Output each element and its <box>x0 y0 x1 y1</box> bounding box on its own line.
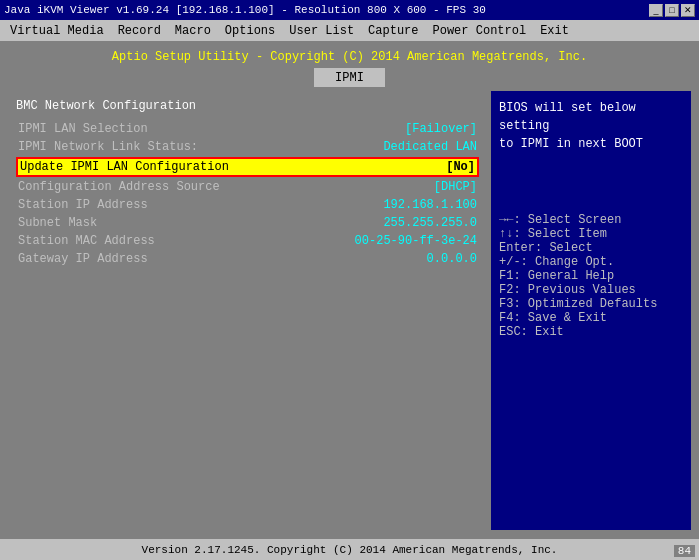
menu-record[interactable]: Record <box>112 22 167 40</box>
menu-exit[interactable]: Exit <box>534 22 575 40</box>
row-label: Subnet Mask <box>18 216 97 230</box>
right-help: →←: Select Screen ↑↓: Select Item Enter:… <box>499 213 683 339</box>
table-row: IPMI LAN Selection [Failover] <box>16 121 479 137</box>
row-value: Dedicated LAN <box>383 140 477 154</box>
title-bar: Java iKVM Viewer v1.69.24 [192.168.1.100… <box>0 0 699 20</box>
bios-body: BMC Network Configuration IPMI LAN Selec… <box>8 91 691 530</box>
right-info: BIOS will set below settingto IPMI in ne… <box>499 99 683 153</box>
help-line: +/-: Change Opt. <box>499 255 683 269</box>
tab-ipmi[interactable]: IPMI <box>314 68 385 87</box>
help-line: F3: Optimized Defaults <box>499 297 683 311</box>
row-value: 00-25-90-ff-3e-24 <box>355 234 477 248</box>
bios-header: Aptio Setup Utility - Copyright (C) 2014… <box>8 50 691 64</box>
table-row: Gateway IP Address 0.0.0.0 <box>16 251 479 267</box>
bios-left-panel: BMC Network Configuration IPMI LAN Selec… <box>8 91 487 530</box>
row-value: 255.255.255.0 <box>383 216 477 230</box>
bios-content: Aptio Setup Utility - Copyright (C) 2014… <box>0 42 699 538</box>
table-row: Configuration Address Source [DHCP] <box>16 179 479 195</box>
table-row: Subnet Mask 255.255.255.0 <box>16 215 479 231</box>
table-row: IPMI Network Link Status: Dedicated LAN <box>16 139 479 155</box>
row-label: IPMI LAN Selection <box>18 122 148 136</box>
status-text: Version 2.17.1245. Copyright (C) 2014 Am… <box>142 544 558 556</box>
title-bar-buttons: _ □ ✕ <box>649 4 695 17</box>
menu-bar: Virtual Media Record Macro Options User … <box>0 20 699 42</box>
help-line: F1: General Help <box>499 269 683 283</box>
row-value: 192.168.1.100 <box>383 198 477 212</box>
row-label: Configuration Address Source <box>18 180 220 194</box>
table-row: Station MAC Address 00-25-90-ff-3e-24 <box>16 233 479 249</box>
row-label-highlighted: Update IPMI LAN Configuration <box>20 160 229 174</box>
menu-options[interactable]: Options <box>219 22 281 40</box>
table-row-highlighted[interactable]: Update IPMI LAN Configuration [No] <box>16 157 479 177</box>
menu-capture[interactable]: Capture <box>362 22 424 40</box>
title-bar-text: Java iKVM Viewer v1.69.24 [192.168.1.100… <box>4 4 486 16</box>
status-bar: Version 2.17.1245. Copyright (C) 2014 Am… <box>0 538 699 560</box>
help-line: ESC: Exit <box>499 325 683 339</box>
row-label: Station IP Address <box>18 198 148 212</box>
help-line: F4: Save & Exit <box>499 311 683 325</box>
menu-virtual-media[interactable]: Virtual Media <box>4 22 110 40</box>
help-line: Enter: Select <box>499 241 683 255</box>
row-value: [DHCP] <box>434 180 477 194</box>
menu-user-list[interactable]: User List <box>283 22 360 40</box>
bios-right-panel: BIOS will set below settingto IPMI in ne… <box>491 91 691 530</box>
row-value: 0.0.0.0 <box>427 252 477 266</box>
close-button[interactable]: ✕ <box>681 4 695 17</box>
maximize-button[interactable]: □ <box>665 4 679 17</box>
minimize-button[interactable]: _ <box>649 4 663 17</box>
menu-power-control[interactable]: Power Control <box>427 22 533 40</box>
row-value-highlighted: [No] <box>446 160 475 174</box>
help-line: ↑↓: Select Item <box>499 227 683 241</box>
menu-macro[interactable]: Macro <box>169 22 217 40</box>
status-corner: 84 <box>674 545 695 557</box>
tab-bar: IPMI <box>314 68 385 87</box>
row-label: Station MAC Address <box>18 234 155 248</box>
row-value: [Failover] <box>405 122 477 136</box>
table-row: Station IP Address 192.168.1.100 <box>16 197 479 213</box>
row-label: IPMI Network Link Status: <box>18 140 198 154</box>
row-label: Gateway IP Address <box>18 252 148 266</box>
section-title: BMC Network Configuration <box>16 99 479 113</box>
help-line: F2: Previous Values <box>499 283 683 297</box>
help-line: →←: Select Screen <box>499 213 683 227</box>
